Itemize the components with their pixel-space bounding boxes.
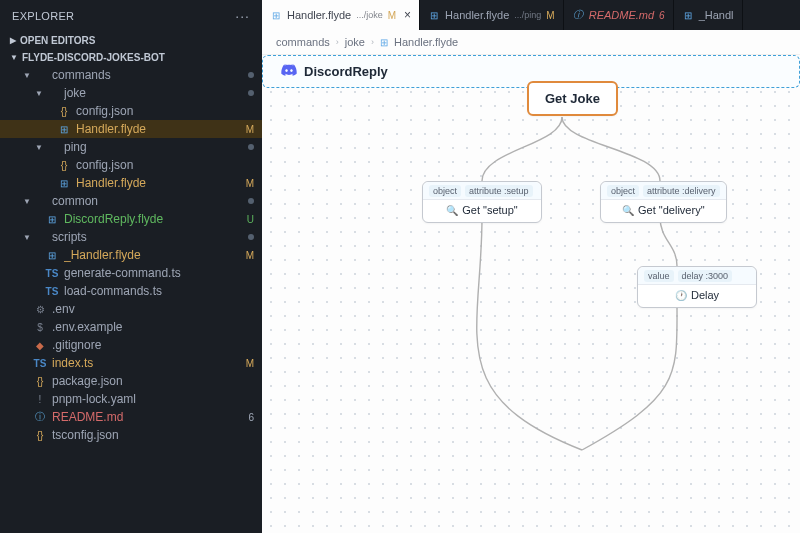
file-row[interactable]: TSload-commands.ts: [0, 282, 262, 300]
git-status: 6: [240, 412, 254, 423]
node-ports: object attribute :delivery: [601, 182, 726, 200]
file-row[interactable]: ⊞Handler.flydeM: [0, 120, 262, 138]
open-editors-section[interactable]: ▶ OPEN EDITORS: [0, 32, 262, 49]
file-row[interactable]: TSgenerate-command.ts: [0, 264, 262, 282]
file-row[interactable]: {}config.json: [0, 156, 262, 174]
flow-canvas[interactable]: Get Joke object attribute :setup 🔍 Get "…: [262, 55, 800, 533]
file-label: config.json: [76, 158, 254, 172]
file-row[interactable]: ⊞DiscordReply.flydeU: [0, 210, 262, 228]
port-value[interactable]: value: [644, 270, 674, 282]
git-status: M: [240, 250, 254, 261]
tab-status: M: [388, 10, 396, 21]
file-row[interactable]: {}config.json: [0, 102, 262, 120]
port-object[interactable]: object: [429, 185, 461, 197]
editor-tab[interactable]: ⊞_Handl: [674, 0, 743, 30]
open-editors-label: OPEN EDITORS: [20, 35, 95, 46]
port-attribute[interactable]: attribute :setup: [465, 185, 533, 197]
search-icon: 🔍: [622, 205, 634, 216]
tab-status: 6: [659, 10, 665, 21]
folder-row[interactable]: ▼commands: [0, 66, 262, 84]
explorer-header: EXPLORER ···: [0, 0, 262, 32]
breadcrumb-part[interactable]: commands: [276, 36, 330, 48]
chevron-right-icon: ›: [371, 37, 374, 47]
clock-icon: 🕐: [675, 290, 687, 301]
modified-dot: [248, 72, 254, 78]
file-row[interactable]: ⊞Handler.flydeM: [0, 174, 262, 192]
node-label: Get "delivery": [638, 204, 705, 216]
port-object[interactable]: object: [607, 185, 639, 197]
file-row[interactable]: ⓘREADME.md6: [0, 408, 262, 426]
json-icon: {}: [56, 106, 72, 117]
chevron-down-icon: ▼: [10, 53, 18, 62]
file-row[interactable]: !pnpm-lock.yaml: [0, 390, 262, 408]
ts-icon: TS: [32, 358, 48, 369]
breadcrumb-file[interactable]: Handler.flyde: [394, 36, 458, 48]
folder-row[interactable]: ▼ping: [0, 138, 262, 156]
search-icon: 🔍: [446, 205, 458, 216]
file-label: generate-command.ts: [64, 266, 254, 280]
breadcrumb[interactable]: commands › joke › ⊞ Handler.flyde: [262, 30, 800, 55]
node-body: 🕐 Delay: [638, 285, 756, 307]
chevron-icon: ▼: [34, 89, 44, 98]
file-label: DiscordReply.flyde: [64, 212, 240, 226]
chevron-icon: ▼: [22, 197, 32, 206]
git-status: U: [240, 214, 254, 225]
port-attribute[interactable]: attribute :delivery: [643, 185, 720, 197]
modified-dot: [248, 234, 254, 240]
lock-icon: !: [32, 394, 48, 405]
flyde-icon: ⊞: [44, 214, 60, 225]
tabs-bar: ⊞Handler.flyde.../jokeM×⊞Handler.flyde..…: [262, 0, 800, 30]
node-label: Get Joke: [545, 91, 600, 106]
folder-row[interactable]: ▼common: [0, 192, 262, 210]
node-get-setup[interactable]: object attribute :setup 🔍 Get "setup": [422, 181, 542, 223]
editor-tab[interactable]: ⊞Handler.flyde.../pingM: [420, 0, 564, 30]
file-label: tsconfig.json: [52, 428, 254, 442]
editor-tab[interactable]: ⓘREADME.md6: [564, 0, 674, 30]
node-ports: object attribute :setup: [423, 182, 541, 200]
file-row[interactable]: ⊞_Handler.flydeM: [0, 246, 262, 264]
close-icon[interactable]: ×: [404, 8, 411, 22]
git-status: M: [240, 178, 254, 189]
folder-row[interactable]: ▼joke: [0, 84, 262, 102]
dollar-icon: $: [32, 322, 48, 333]
more-icon[interactable]: ···: [235, 8, 250, 24]
explorer-title: EXPLORER: [12, 10, 74, 22]
flyde-icon: ⊞: [682, 10, 694, 21]
node-delay[interactable]: value delay :3000 🕐 Delay: [637, 266, 757, 308]
file-row[interactable]: {}tsconfig.json: [0, 426, 262, 444]
file-label: Handler.flyde: [76, 122, 240, 136]
modified-dot: [248, 144, 254, 150]
node-get-joke[interactable]: Get Joke: [527, 81, 618, 116]
file-row[interactable]: {}package.json: [0, 372, 262, 390]
git-icon: ◆: [32, 340, 48, 351]
node-body: 🔍 Get "setup": [423, 200, 541, 222]
file-row[interactable]: ◆.gitignore: [0, 336, 262, 354]
file-label: config.json: [76, 104, 254, 118]
flyde-icon: ⊞: [56, 124, 72, 135]
ts-icon: TS: [44, 268, 60, 279]
breadcrumb-part[interactable]: joke: [345, 36, 365, 48]
editor-tab[interactable]: ⊞Handler.flyde.../jokeM×: [262, 0, 420, 30]
project-section[interactable]: ▼ FLYDE-DISCORD-JOKES-BOT: [0, 49, 262, 66]
tab-name: Handler.flyde: [287, 9, 351, 21]
flyde-icon: ⊞: [428, 10, 440, 21]
file-tree: ▼commands▼joke{}config.json⊞Handler.flyd…: [0, 66, 262, 533]
explorer-sidebar: EXPLORER ··· ▶ OPEN EDITORS ▼ FLYDE-DISC…: [0, 0, 262, 533]
node-get-delivery[interactable]: object attribute :delivery 🔍 Get "delive…: [600, 181, 727, 223]
chevron-icon: ▼: [22, 233, 32, 242]
port-delay[interactable]: delay :3000: [678, 270, 733, 282]
file-label: common: [52, 194, 248, 208]
ts-icon: TS: [44, 286, 60, 297]
file-label: index.ts: [52, 356, 240, 370]
info-icon: ⓘ: [572, 8, 584, 22]
chevron-right-icon: ›: [336, 37, 339, 47]
info-icon: ⓘ: [32, 410, 48, 424]
git-status: M: [240, 358, 254, 369]
file-row[interactable]: ⚙.env: [0, 300, 262, 318]
discord-icon: [281, 64, 297, 79]
flyde-icon: ⊞: [380, 37, 388, 48]
file-row[interactable]: TSindex.tsM: [0, 354, 262, 372]
file-row[interactable]: $.env.example: [0, 318, 262, 336]
editor-main: ⊞Handler.flyde.../jokeM×⊞Handler.flyde..…: [262, 0, 800, 533]
folder-row[interactable]: ▼scripts: [0, 228, 262, 246]
